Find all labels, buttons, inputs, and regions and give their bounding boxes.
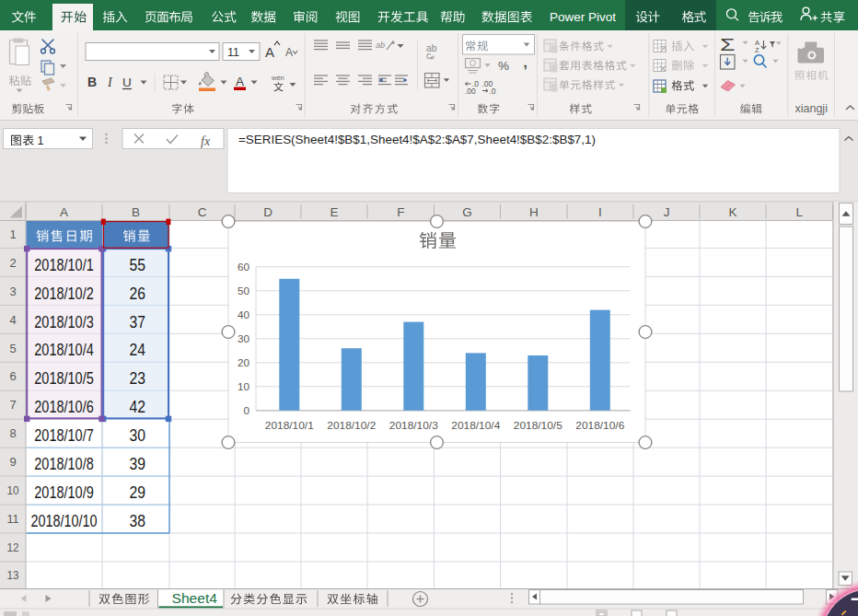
svg-text:24: 24	[130, 340, 146, 359]
svg-text:2018/10/1: 2018/10/1	[265, 420, 314, 431]
svg-text:I: I	[598, 205, 602, 219]
svg-text:37: 37	[130, 312, 146, 331]
svg-text:2018/10/8: 2018/10/8	[34, 454, 94, 473]
svg-text:U: U	[122, 76, 132, 89]
svg-text:2018/10/6: 2018/10/6	[34, 397, 94, 416]
svg-text:Power Pivot: Power Pivot	[550, 10, 616, 24]
svg-text:2: 2	[9, 256, 16, 270]
svg-text:Sheet4: Sheet4	[172, 591, 218, 606]
svg-text:2018/10/3: 2018/10/3	[389, 420, 438, 431]
svg-text:A: A	[285, 46, 293, 59]
svg-text:2018/10/4: 2018/10/4	[451, 420, 501, 431]
svg-text:.00: .00	[465, 87, 476, 96]
svg-text:29: 29	[130, 482, 146, 502]
svg-text:J: J	[664, 205, 670, 219]
svg-text:2018/10/7: 2018/10/7	[34, 425, 94, 445]
svg-text:B: B	[87, 75, 97, 89]
svg-text:.0: .0	[490, 87, 496, 96]
svg-text:%: %	[498, 59, 509, 73]
svg-text:2018/10/10: 2018/10/10	[31, 511, 98, 530]
svg-text:F: F	[397, 205, 404, 219]
svg-text:C: C	[198, 205, 207, 219]
svg-text:7: 7	[9, 398, 16, 412]
svg-text:6: 6	[9, 369, 16, 383]
svg-text:8: 8	[9, 426, 16, 440]
svg-text:2018/10/2: 2018/10/2	[34, 284, 94, 303]
svg-text:xiangji: xiangji	[794, 102, 827, 115]
svg-text:2018/10/5: 2018/10/5	[34, 368, 94, 388]
svg-text:D: D	[263, 205, 272, 219]
svg-text:12: 12	[7, 540, 19, 554]
svg-text:10: 10	[7, 483, 19, 497]
svg-text:26: 26	[130, 284, 146, 303]
svg-text:10: 10	[238, 381, 249, 392]
svg-text:11: 11	[7, 512, 19, 526]
svg-text:Z: Z	[755, 46, 759, 54]
svg-text:L: L	[795, 205, 803, 219]
svg-text:0: 0	[244, 405, 250, 416]
svg-text:30: 30	[238, 333, 249, 344]
svg-text:11: 11	[227, 46, 239, 59]
svg-text:1: 1	[38, 134, 44, 147]
svg-text:2018/10/2: 2018/10/2	[327, 420, 376, 431]
svg-text:38: 38	[130, 511, 146, 530]
svg-text:1: 1	[9, 227, 16, 241]
svg-text:40: 40	[238, 309, 249, 320]
svg-text:K: K	[728, 205, 736, 219]
svg-text:55: 55	[130, 255, 146, 274]
svg-text:,: ,	[524, 54, 528, 70]
svg-text:20: 20	[238, 357, 249, 368]
svg-text:2018/10/5: 2018/10/5	[514, 420, 562, 431]
svg-text:G: G	[462, 205, 472, 219]
svg-text:60: 60	[238, 262, 249, 273]
svg-text:A: A	[236, 75, 244, 88]
svg-text:wén: wén	[271, 74, 284, 82]
svg-text:ab: ab	[376, 41, 385, 50]
svg-text:A: A	[265, 44, 274, 60]
svg-text:42: 42	[130, 397, 146, 416]
svg-text:9: 9	[9, 455, 16, 469]
svg-text:H: H	[529, 205, 539, 219]
svg-text:2018/10/6: 2018/10/6	[575, 420, 624, 431]
svg-text:fx: fx	[201, 134, 211, 148]
svg-text:5: 5	[9, 342, 16, 355]
svg-text:2018/10/1: 2018/10/1	[34, 255, 94, 274]
svg-text:3: 3	[9, 285, 16, 298]
svg-text:E: E	[330, 205, 338, 219]
svg-text:=SERIES(Sheet4!$B$1,Sheet4!$A$: =SERIES(Sheet4!$B$1,Sheet4!$A$2:$A$7,She…	[238, 134, 596, 146]
svg-text:30: 30	[130, 425, 146, 445]
svg-text:2018/10/3: 2018/10/3	[34, 312, 94, 331]
svg-text:B: B	[132, 205, 140, 219]
svg-text:50: 50	[238, 285, 249, 296]
svg-text:2018/10/9: 2018/10/9	[34, 482, 94, 502]
svg-text:39: 39	[130, 454, 146, 473]
svg-text:A: A	[60, 205, 68, 219]
svg-text:Σ: Σ	[720, 36, 736, 54]
svg-text:2018/10/4: 2018/10/4	[34, 340, 94, 359]
svg-text:13: 13	[7, 568, 19, 582]
svg-text:23: 23	[130, 368, 146, 388]
svg-text:c: c	[426, 50, 431, 61]
svg-text:4: 4	[9, 313, 16, 327]
